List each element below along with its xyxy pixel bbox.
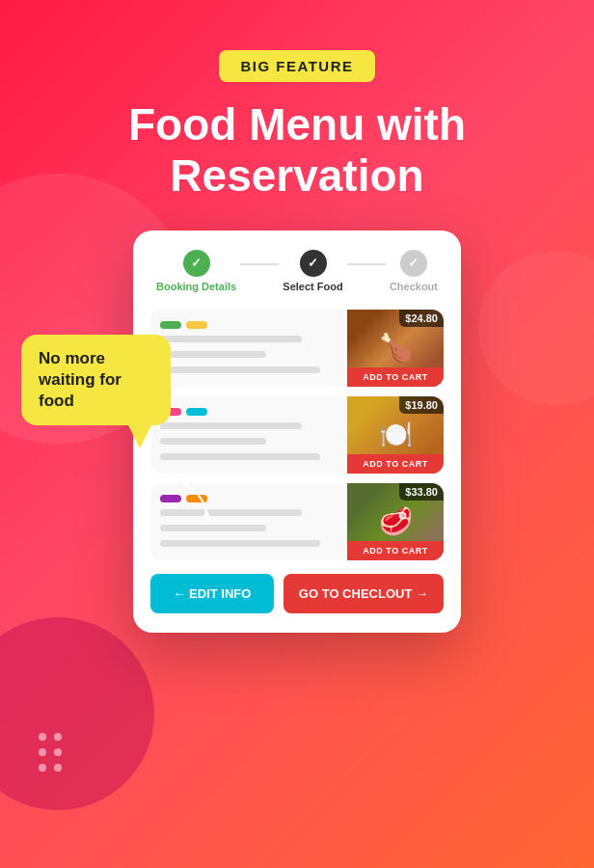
bg-decoration-circle-2 <box>0 617 154 810</box>
step-select-food-circle: ✓ <box>300 250 327 277</box>
food-item-1-image: 🍗 $24.80 ADD TO CART <box>347 310 444 387</box>
step-checkout-label: Checkout <box>390 281 438 292</box>
food-item-3: 🥩 $33.80 ADD TO CART <box>150 483 444 560</box>
step-select-food: ✓ Select Food <box>283 250 342 292</box>
step-booking-label: Booking Details <box>156 281 236 292</box>
step-checkout-circle: ✓ <box>400 250 427 277</box>
food-line-3c <box>160 540 320 547</box>
add-to-cart-btn-2[interactable]: ADD TO CART <box>347 454 444 474</box>
add-to-cart-btn-3[interactable]: ADD TO CART <box>347 541 444 560</box>
card-buttons: ← EDIT INFO GO TO CHECLOUT → <box>150 574 444 613</box>
food-line-2a <box>160 422 302 429</box>
tag-purple-3 <box>160 495 181 502</box>
food-item-1-price: $24.80 <box>399 310 444 327</box>
food-line-1c <box>160 366 320 373</box>
food-menu-card: ✓ Booking Details ✓ Select Food ✓ Checko… <box>133 231 461 633</box>
headline-line1: Food Menu with <box>128 99 466 149</box>
badge-container: BIG FEATURE <box>0 0 594 82</box>
step-select-food-label: Select Food <box>283 281 342 292</box>
dot-2 <box>54 733 62 741</box>
headline-line2: Reservation <box>170 150 423 201</box>
dot-4 <box>54 748 62 756</box>
food-line-3a <box>160 509 302 516</box>
food-item-2-tags <box>160 408 338 416</box>
speech-bubble: No more waiting for food <box>21 335 171 425</box>
food-line-2c <box>160 453 320 460</box>
tag-green-1 <box>160 321 181 329</box>
food-item-2: 🍽️ $19.80 ADD TO CART <box>150 396 444 474</box>
speech-bubble-text: No more waiting for food <box>39 349 122 410</box>
big-feature-badge: BIG FEATURE <box>219 50 374 82</box>
dot-1 <box>39 733 46 741</box>
dot-6 <box>54 764 62 772</box>
tag-orange-3 <box>186 495 207 502</box>
mockup-container: No more waiting for food ✓ Booking Detai… <box>0 231 594 633</box>
dot-3 <box>39 748 46 756</box>
food-item-2-image: 🍽️ $19.80 ADD TO CART <box>347 396 444 474</box>
food-item-3-price: $33.80 <box>399 483 444 501</box>
tag-yellow-1 <box>186 321 207 329</box>
add-to-cart-btn-1[interactable]: ADD TO CART <box>347 367 444 387</box>
food-item-2-info <box>150 396 347 474</box>
edit-info-button[interactable]: ← EDIT INFO <box>150 574 274 613</box>
step-checkout: ✓ Checkout <box>390 250 438 292</box>
food-item-1-tags <box>160 321 338 329</box>
step-booking: ✓ Booking Details <box>156 250 236 292</box>
food-item-3-image: 🥩 $33.80 ADD TO CART <box>347 483 444 560</box>
food-item-3-tags <box>160 495 338 502</box>
food-line-3b <box>160 525 266 531</box>
food-item-1: 🍗 $24.80 ADD TO CART <box>150 310 444 387</box>
food-line-1b <box>160 351 266 358</box>
food-item-1-info <box>150 310 347 387</box>
checkout-button[interactable]: GO TO CHECLOUT → <box>284 574 444 613</box>
step-booking-circle: ✓ <box>183 250 210 277</box>
food-line-2b <box>160 438 266 445</box>
food-item-2-price: $19.80 <box>399 396 444 414</box>
step-line-2 <box>347 263 386 265</box>
dots-decoration <box>39 733 62 772</box>
step-line-1 <box>240 263 279 265</box>
headline: Food Menu with Reservation <box>0 82 594 202</box>
food-item-3-info <box>150 483 347 560</box>
steps-nav: ✓ Booking Details ✓ Select Food ✓ Checko… <box>150 250 444 292</box>
food-line-1a <box>160 336 302 342</box>
dot-5 <box>39 764 46 772</box>
tag-cyan-2 <box>186 408 207 416</box>
